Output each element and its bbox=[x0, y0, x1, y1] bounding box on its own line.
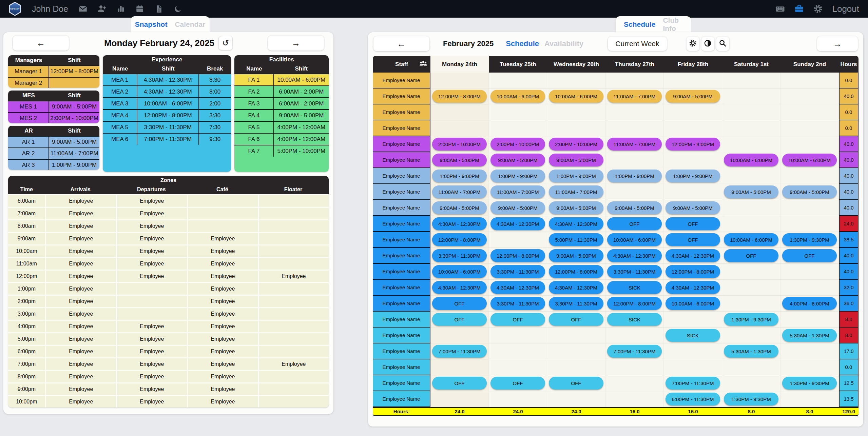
schedule-day-cell[interactable]: 1:00PM - 9:00PM bbox=[605, 168, 664, 184]
schedule-day-cell[interactable] bbox=[489, 328, 547, 343]
schedule-day-cell[interactable]: OFF bbox=[430, 375, 489, 391]
schedule-day-cell[interactable] bbox=[547, 328, 605, 343]
schedule-day-cell[interactable]: 3:30PM - 11:30PM bbox=[430, 248, 489, 264]
keyboard-icon[interactable] bbox=[775, 4, 785, 14]
shift-pill[interactable]: 9:00AM - 5:00PM bbox=[724, 185, 778, 198]
shift-pill[interactable]: 12:00PM - 8:00PM bbox=[666, 138, 720, 151]
schedule-day-cell[interactable]: OFF bbox=[664, 216, 722, 232]
shift-pill[interactable]: 3:30PM - 11:30PM bbox=[490, 297, 545, 310]
schedule-day-cell[interactable] bbox=[664, 104, 722, 120]
shift-pill[interactable]: 9:00AM - 5:00PM bbox=[782, 185, 837, 198]
schedule-day-cell[interactable] bbox=[547, 104, 605, 120]
schedule-day-cell[interactable] bbox=[722, 104, 780, 120]
schedule-day-cell[interactable]: 4:30AM - 12:30PM bbox=[547, 280, 605, 296]
schedule-day-cell[interactable] bbox=[780, 264, 839, 280]
schedule-day-cell[interactable]: 10:00AM - 6:00PM bbox=[430, 264, 489, 280]
schedule-day-cell[interactable]: OFF bbox=[722, 248, 780, 264]
schedule-day-cell[interactable] bbox=[605, 359, 664, 375]
schedule-day-cell[interactable] bbox=[664, 359, 722, 375]
schedule-day-cell[interactable]: 6:00PM - 11:30PM bbox=[664, 391, 722, 407]
shift-pill[interactable]: 9:00AM - 5:00PM bbox=[666, 201, 720, 214]
schedule-day-cell[interactable] bbox=[722, 328, 780, 343]
schedule-day-cell[interactable] bbox=[489, 343, 547, 359]
schedule-day-cell[interactable] bbox=[430, 120, 489, 136]
schedule-day-cell[interactable] bbox=[722, 120, 780, 136]
employee-name-cell[interactable]: Employee Name bbox=[373, 88, 430, 104]
shift-pill[interactable]: 11:00AM - 7:00PM bbox=[607, 90, 662, 103]
schedule-day-cell[interactable]: 2:00PM - 10:00PM bbox=[547, 136, 605, 152]
shift-pill[interactable]: 5:30AM - 1:30PM bbox=[782, 329, 837, 342]
shift-pill[interactable]: SICK bbox=[607, 313, 662, 326]
stats-icon[interactable] bbox=[116, 4, 126, 14]
schedule-day-cell[interactable] bbox=[722, 168, 780, 184]
schedule-day-cell[interactable]: 4:30AM - 12:30PM bbox=[605, 248, 664, 264]
schedule-day-cell[interactable]: 12:00PM - 8:00PM bbox=[430, 88, 489, 104]
schedule-day-cell[interactable] bbox=[722, 359, 780, 375]
shift-pill[interactable]: OFF bbox=[549, 377, 603, 390]
shift-pill[interactable]: 10:00AM - 6:00PM bbox=[490, 90, 545, 103]
schedule-day-cell[interactable] bbox=[547, 391, 605, 407]
shift-pill[interactable]: OFF bbox=[666, 233, 720, 246]
shift-pill[interactable]: SICK bbox=[666, 329, 720, 342]
schedule-day-cell[interactable]: 12:00PM - 8:00PM bbox=[664, 264, 722, 280]
shift-pill[interactable]: 4:00PM - 8:00PM bbox=[782, 297, 837, 310]
shift-pill[interactable]: 10:00AM - 6:00PM bbox=[432, 265, 487, 278]
shift-pill[interactable]: 5:00PM - 11:30PM bbox=[549, 233, 603, 246]
shift-pill[interactable]: 12:00PM - 8:00PM bbox=[549, 265, 603, 278]
employee-name-cell[interactable]: Employee Name bbox=[373, 184, 430, 200]
shift-pill[interactable]: 9:00AM - 5:00PM bbox=[666, 90, 720, 103]
schedule-day-cell[interactable]: OFF bbox=[547, 375, 605, 391]
snapshot-next-day-button[interactable]: → bbox=[268, 36, 324, 51]
schedule-day-cell[interactable]: 1:00PM - 9:00PM bbox=[430, 168, 489, 184]
employee-name-cell[interactable]: Employee Name bbox=[373, 73, 430, 88]
shift-pill[interactable]: 1:00PM - 9:00PM bbox=[432, 170, 487, 182]
schedule-day-cell[interactable]: 11:00AM - 7:00PM bbox=[547, 184, 605, 200]
tab-schedule[interactable]: Schedule bbox=[624, 20, 655, 28]
schedule-day-cell[interactable] bbox=[489, 73, 547, 88]
shift-pill[interactable]: 3:30PM - 11:30PM bbox=[432, 249, 487, 262]
snapshot-prev-day-button[interactable]: ← bbox=[13, 36, 69, 51]
schedule-day-cell[interactable]: 12:00PM - 8:00PM bbox=[605, 296, 664, 312]
employee-name-cell[interactable]: Employee Name bbox=[373, 312, 430, 328]
schedule-day-cell[interactable] bbox=[722, 88, 780, 104]
schedule-day-cell[interactable] bbox=[489, 120, 547, 136]
shift-pill[interactable]: 4:30AM - 12:30PM bbox=[549, 217, 603, 230]
employee-name-cell[interactable]: Employee Name bbox=[373, 375, 430, 391]
shift-pill[interactable]: 12:00PM - 8:00PM bbox=[666, 265, 720, 278]
shift-pill[interactable]: 4:30AM - 12:30PM bbox=[549, 281, 603, 294]
schedule-day-cell[interactable] bbox=[430, 73, 489, 88]
shift-pill[interactable]: 9:00AM - 5:00PM bbox=[490, 201, 545, 214]
schedule-day-cell[interactable]: 7:00PM - 11:30PM bbox=[430, 343, 489, 359]
shift-pill[interactable]: 7:00PM - 11:30PM bbox=[607, 345, 662, 358]
schedule-day-cell[interactable] bbox=[780, 343, 839, 359]
schedule-day-cell[interactable] bbox=[722, 136, 780, 152]
schedule-day-cell[interactable]: 10:00AM - 6:00PM bbox=[605, 232, 664, 248]
shift-pill[interactable]: 1:30PM - 9:30PM bbox=[782, 233, 837, 246]
shift-pill[interactable]: 3:30PM - 11:30PM bbox=[607, 265, 662, 278]
search-button[interactable] bbox=[716, 37, 729, 51]
documents-icon[interactable] bbox=[154, 4, 164, 14]
shift-pill[interactable]: OFF bbox=[666, 217, 720, 230]
employee-name-cell[interactable]: Employee Name bbox=[373, 296, 430, 312]
schedule-day-cell[interactable] bbox=[780, 216, 839, 232]
schedule-day-cell[interactable]: 9:00AM - 5:00PM bbox=[489, 200, 547, 216]
shift-pill[interactable]: 4:30AM - 12:30PM bbox=[490, 217, 545, 230]
shift-pill[interactable]: 1:00PM - 9:00PM bbox=[607, 170, 662, 182]
shift-pill[interactable]: 5:30AM - 1:30PM bbox=[724, 345, 778, 358]
schedule-day-cell[interactable] bbox=[664, 343, 722, 359]
schedule-day-cell[interactable]: 1:00PM - 9:00PM bbox=[664, 168, 722, 184]
shift-pill[interactable]: 11:00AM - 7:00PM bbox=[607, 138, 662, 151]
schedule-day-cell[interactable] bbox=[780, 136, 839, 152]
schedule-day-cell[interactable] bbox=[664, 120, 722, 136]
schedule-day-cell[interactable] bbox=[489, 232, 547, 248]
schedule-day-cell[interactable]: 4:30AM - 12:30PM bbox=[489, 216, 547, 232]
schedule-day-cell[interactable] bbox=[430, 328, 489, 343]
schedule-day-cell[interactable] bbox=[664, 152, 722, 168]
shift-pill[interactable]: 7:00PM - 11:30PM bbox=[666, 377, 720, 390]
schedule-day-cell[interactable]: OFF bbox=[430, 296, 489, 312]
employee-name-cell[interactable]: Employee Name bbox=[373, 264, 430, 280]
schedule-day-cell[interactable]: SICK bbox=[605, 280, 664, 296]
schedule-day-cell[interactable] bbox=[489, 391, 547, 407]
shift-pill[interactable]: OFF bbox=[432, 297, 487, 310]
schedule-day-cell[interactable]: 9:00AM - 5:00PM bbox=[605, 200, 664, 216]
